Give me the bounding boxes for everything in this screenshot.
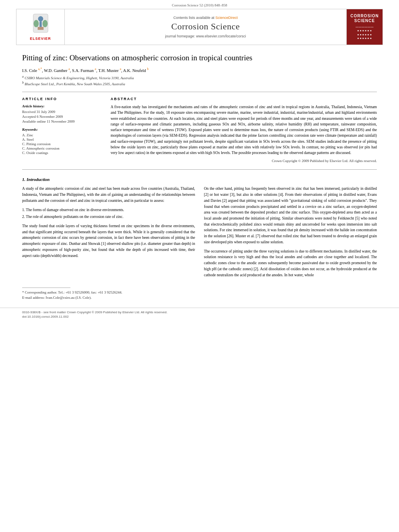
footer-doi: doi:10.1016/j.corsci.2009.11.002: [22, 315, 377, 318]
page-reference: Corrosion Science 52 (2010) 848–858: [172, 3, 227, 7]
right-col-para-2: The occurrence of pitting under the thre…: [204, 249, 377, 278]
journal-banner: ELSEVIER Contents lists available at Sci…: [16, 9, 383, 45]
keyword-zinc: A. Zinc: [22, 133, 103, 137]
sciencedirect-line: Contents lists available at ScienceDirec…: [173, 16, 238, 20]
svg-point-4: [42, 20, 47, 27]
article-info-label: ARTICLE INFO: [22, 97, 103, 101]
article-info-abstract: ARTICLE INFO Article history: Received 3…: [22, 97, 377, 163]
svg-point-1: [38, 16, 43, 21]
intro-para-1: A study of the atmospheric corrosion of …: [22, 186, 195, 203]
abstract-label: ABSTRACT: [111, 97, 377, 101]
journal-title-banner: Corrosion Science: [171, 21, 240, 32]
article-history: Article history: Received 31 July 2009 A…: [22, 104, 103, 123]
affiliations: a CSIRO Materials Science & Engineering,…: [22, 75, 377, 86]
main-content: Pitting of zinc: Observations on atmosph…: [0, 53, 399, 281]
elsevier-logo: ELSEVIER: [29, 13, 53, 41]
affiliation-a: a CSIRO Materials Science & Engineering,…: [22, 75, 377, 80]
authors-line: I.S. Cole a,*, W.D. Ganther a, S.A. Furm…: [22, 67, 377, 73]
accepted-date: Accepted 6 November 2009: [22, 115, 103, 119]
intro-para-2: The study found that oxide layers of var…: [22, 223, 195, 259]
keyword-atmospheric: C. Atmospheric corrosion: [22, 146, 103, 150]
history-heading: Article history:: [22, 104, 103, 108]
list-item-1: 1. The forms of damage observed on zinc …: [22, 207, 195, 213]
svg-rect-5: [37, 27, 43, 30]
elsevier-tree-icon: [29, 13, 53, 35]
footnote-email: E-mail address: Ivan.Cole@csiro.au (I.S.…: [22, 296, 377, 300]
body-content: 1. Introduction A study of the atmospher…: [22, 177, 377, 281]
svg-rect-2: [39, 21, 42, 27]
page-wrapper: Corrosion Science 52 (2010) 848–858 ELSE…: [0, 0, 399, 322]
introduction-heading: 1. Introduction: [22, 177, 377, 182]
footnote-rule: [22, 288, 70, 288]
intro-right-col: On the other hand, pitting has frequentl…: [204, 186, 377, 281]
footnote-star: * Corresponding author. Tel.: +61 3 9252…: [22, 290, 377, 294]
received-date: Received 31 July 2009: [22, 110, 103, 114]
copyright-line: Crown Copyright © 2009 Published by Else…: [111, 159, 377, 163]
affiliation-b: b BlueScope Steel Ltd., Port Kembla, New…: [22, 81, 377, 86]
elsevier-text: ELSEVIER: [30, 37, 51, 41]
introduction-two-col: A study of the atmospheric corrosion of …: [22, 186, 377, 281]
available-date: Available online 11 November 2009: [22, 119, 103, 123]
banner-center: Contents lists available at ScienceDirec…: [65, 9, 346, 45]
svg-point-3: [33, 20, 39, 27]
keyword-oxide: C. Oxide coatings: [22, 151, 103, 155]
corrosion-science-logo: CORROSIONSCIENCE —————— ■ ■ ■ ■ ■ ■ ■ ■ …: [350, 14, 379, 40]
footnote-area: * Corresponding author. Tel.: +61 3 9252…: [0, 288, 399, 300]
page-footer: 0010-938X/$ - see front matter Crown Cop…: [0, 308, 399, 322]
keyword-steel: A. Steel: [22, 138, 103, 142]
elsevier-logo-area: ELSEVIER: [16, 9, 65, 45]
article-info-col: ARTICLE INFO Article history: Received 3…: [22, 97, 103, 163]
journal-homepage: journal homepage: www.elsevier.com/locat…: [165, 34, 246, 38]
banner-right-box: CORROSIONSCIENCE —————— ■ ■ ■ ■ ■ ■ ■ ■ …: [346, 9, 383, 45]
abstract-text: A five-nation study has investigated the…: [111, 104, 377, 156]
divider-1: [22, 92, 377, 92]
footer-copyright: 0010-938X/$ - see front matter Crown Cop…: [22, 310, 377, 314]
journal-header: Corrosion Science 52 (2010) 848–858: [0, 0, 399, 9]
keywords-section: Keywords: A. Zinc A. Steel C. Pitting co…: [22, 127, 103, 155]
divider-2: [22, 169, 377, 170]
sciencedirect-link[interactable]: ScienceDirect: [216, 16, 238, 20]
list-item-2: 2. The role of atmospheric pollutants on…: [22, 214, 195, 220]
intro-left-col: A study of the atmospheric corrosion of …: [22, 186, 195, 281]
keywords-heading: Keywords:: [22, 127, 103, 131]
intro-list: 1. The forms of damage observed on zinc …: [22, 207, 195, 220]
abstract-col: ABSTRACT A five-nation study has investi…: [111, 97, 377, 163]
article-title: Pitting of zinc: Observations on atmosph…: [22, 53, 377, 63]
keyword-pitting: C. Pitting corrosion: [22, 142, 103, 146]
right-col-para-1: On the other hand, pitting has frequentl…: [204, 186, 377, 245]
